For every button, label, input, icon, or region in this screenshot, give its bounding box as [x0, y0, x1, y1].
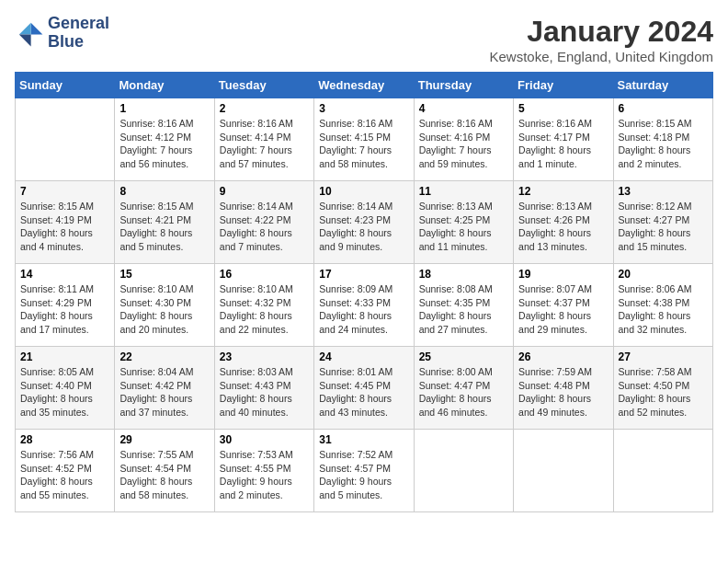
col-header-saturday: Saturday — [613, 73, 712, 98]
day-number: 6 — [619, 102, 708, 115]
day-number: 11 — [419, 185, 508, 198]
day-cell: 8Sunrise: 8:15 AM Sunset: 4:21 PM Daylig… — [115, 181, 214, 264]
day-number: 22 — [119, 350, 209, 363]
day-cell — [414, 430, 513, 512]
day-cell: 6Sunrise: 8:15 AM Sunset: 4:18 PM Daylig… — [613, 98, 712, 181]
day-cell: 20Sunrise: 8:06 AM Sunset: 4:38 PM Dayli… — [613, 264, 712, 347]
day-number: 2 — [220, 102, 309, 115]
day-number: 10 — [319, 185, 408, 198]
day-number: 24 — [319, 350, 408, 363]
day-cell: 25Sunrise: 8:00 AM Sunset: 4:47 PM Dayli… — [414, 347, 513, 430]
svg-marker-1 — [19, 23, 31, 35]
col-header-friday: Friday — [514, 73, 613, 98]
day-info: Sunrise: 8:10 AM Sunset: 4:32 PM Dayligh… — [220, 282, 309, 337]
day-info: Sunrise: 8:16 AM Sunset: 4:12 PM Dayligh… — [119, 117, 209, 171]
day-cell: 5Sunrise: 8:16 AM Sunset: 4:17 PM Daylig… — [514, 98, 613, 181]
day-number: 12 — [518, 185, 608, 198]
day-number: 29 — [119, 433, 209, 446]
day-cell: 9Sunrise: 8:14 AM Sunset: 4:22 PM Daylig… — [214, 181, 313, 264]
day-cell: 10Sunrise: 8:14 AM Sunset: 4:23 PM Dayli… — [314, 181, 414, 264]
day-number: 31 — [319, 433, 408, 446]
day-info: Sunrise: 8:11 AM Sunset: 4:29 PM Dayligh… — [20, 282, 109, 337]
day-cell: 7Sunrise: 8:15 AM Sunset: 4:19 PM Daylig… — [16, 181, 115, 264]
calendar-table: SundayMondayTuesdayWednesdayThursdayFrid… — [15, 72, 713, 512]
logo-text: General Blue — [48, 15, 109, 52]
day-info: Sunrise: 8:14 AM Sunset: 4:22 PM Dayligh… — [220, 200, 309, 254]
title-block: January 2024 Kewstoke, England, United K… — [490, 15, 713, 64]
day-number: 16 — [220, 268, 309, 281]
logo-icon — [15, 18, 44, 48]
day-cell: 2Sunrise: 8:16 AM Sunset: 4:14 PM Daylig… — [214, 98, 313, 181]
col-header-thursday: Thursday — [414, 73, 513, 98]
day-cell: 30Sunrise: 7:53 AM Sunset: 4:55 PM Dayli… — [214, 430, 313, 512]
day-number: 27 — [619, 350, 708, 363]
day-number: 9 — [220, 185, 309, 198]
day-number: 13 — [619, 185, 708, 198]
day-number: 20 — [619, 268, 708, 281]
day-info: Sunrise: 8:15 AM Sunset: 4:21 PM Dayligh… — [119, 200, 209, 254]
day-number: 5 — [518, 102, 608, 115]
col-header-monday: Monday — [115, 73, 214, 98]
svg-marker-2 — [19, 34, 31, 46]
day-cell: 28Sunrise: 7:56 AM Sunset: 4:52 PM Dayli… — [16, 430, 115, 512]
day-info: Sunrise: 8:04 AM Sunset: 4:42 PM Dayligh… — [119, 365, 209, 419]
day-number: 8 — [119, 185, 209, 198]
day-number: 30 — [220, 433, 309, 446]
day-info: Sunrise: 7:53 AM Sunset: 4:55 PM Dayligh… — [220, 448, 309, 502]
day-number: 3 — [319, 102, 408, 115]
day-info: Sunrise: 7:52 AM Sunset: 4:57 PM Dayligh… — [319, 448, 408, 502]
day-number: 7 — [20, 185, 109, 198]
day-info: Sunrise: 8:10 AM Sunset: 4:30 PM Dayligh… — [119, 282, 209, 337]
day-cell: 12Sunrise: 8:13 AM Sunset: 4:26 PM Dayli… — [514, 181, 613, 264]
day-info: Sunrise: 8:12 AM Sunset: 4:27 PM Dayligh… — [619, 200, 708, 254]
page-header: General Blue January 2024 Kewstoke, Engl… — [15, 15, 713, 64]
day-cell: 31Sunrise: 7:52 AM Sunset: 4:57 PM Dayli… — [314, 430, 414, 512]
day-number: 26 — [518, 350, 608, 363]
day-info: Sunrise: 8:15 AM Sunset: 4:19 PM Dayligh… — [20, 200, 109, 254]
day-cell: 24Sunrise: 8:01 AM Sunset: 4:45 PM Dayli… — [314, 347, 414, 430]
day-info: Sunrise: 7:59 AM Sunset: 4:48 PM Dayligh… — [518, 365, 608, 419]
day-number: 4 — [419, 102, 508, 115]
day-cell: 3Sunrise: 8:16 AM Sunset: 4:15 PM Daylig… — [314, 98, 414, 181]
week-row-4: 28Sunrise: 7:56 AM Sunset: 4:52 PM Dayli… — [16, 430, 713, 512]
logo: General Blue — [15, 15, 109, 52]
day-cell — [514, 430, 613, 512]
week-row-2: 14Sunrise: 8:11 AM Sunset: 4:29 PM Dayli… — [16, 264, 713, 347]
day-cell: 21Sunrise: 8:05 AM Sunset: 4:40 PM Dayli… — [16, 347, 115, 430]
day-cell: 18Sunrise: 8:08 AM Sunset: 4:35 PM Dayli… — [414, 264, 513, 347]
day-number: 25 — [419, 350, 508, 363]
day-info: Sunrise: 8:05 AM Sunset: 4:40 PM Dayligh… — [20, 365, 109, 419]
day-info: Sunrise: 8:15 AM Sunset: 4:18 PM Dayligh… — [619, 117, 708, 171]
day-cell: 29Sunrise: 7:55 AM Sunset: 4:54 PM Dayli… — [115, 430, 214, 512]
week-row-0: 1Sunrise: 8:16 AM Sunset: 4:12 PM Daylig… — [16, 98, 713, 181]
day-number: 28 — [20, 433, 109, 446]
col-header-sunday: Sunday — [16, 73, 115, 98]
day-info: Sunrise: 8:07 AM Sunset: 4:37 PM Dayligh… — [518, 282, 608, 337]
day-info: Sunrise: 8:06 AM Sunset: 4:38 PM Dayligh… — [619, 282, 708, 337]
week-row-1: 7Sunrise: 8:15 AM Sunset: 4:19 PM Daylig… — [16, 181, 713, 264]
location: Kewstoke, England, United Kingdom — [490, 49, 713, 64]
day-info: Sunrise: 7:56 AM Sunset: 4:52 PM Dayligh… — [20, 448, 109, 502]
header-row: SundayMondayTuesdayWednesdayThursdayFrid… — [16, 73, 713, 98]
day-info: Sunrise: 8:03 AM Sunset: 4:43 PM Dayligh… — [220, 365, 309, 419]
day-cell: 15Sunrise: 8:10 AM Sunset: 4:30 PM Dayli… — [115, 264, 214, 347]
day-cell: 4Sunrise: 8:16 AM Sunset: 4:16 PM Daylig… — [414, 98, 513, 181]
day-cell: 26Sunrise: 7:59 AM Sunset: 4:48 PM Dayli… — [514, 347, 613, 430]
day-cell: 16Sunrise: 8:10 AM Sunset: 4:32 PM Dayli… — [214, 264, 313, 347]
day-number: 23 — [220, 350, 309, 363]
day-info: Sunrise: 8:16 AM Sunset: 4:17 PM Dayligh… — [518, 117, 608, 171]
day-info: Sunrise: 8:00 AM Sunset: 4:47 PM Dayligh… — [419, 365, 508, 419]
day-info: Sunrise: 8:16 AM Sunset: 4:15 PM Dayligh… — [319, 117, 408, 171]
day-cell: 23Sunrise: 8:03 AM Sunset: 4:43 PM Dayli… — [214, 347, 313, 430]
day-info: Sunrise: 8:13 AM Sunset: 4:25 PM Dayligh… — [419, 200, 508, 254]
day-number: 17 — [319, 268, 408, 281]
month-title: January 2024 — [490, 15, 713, 49]
day-number: 21 — [20, 350, 109, 363]
day-cell: 19Sunrise: 8:07 AM Sunset: 4:37 PM Dayli… — [514, 264, 613, 347]
day-cell: 17Sunrise: 8:09 AM Sunset: 4:33 PM Dayli… — [314, 264, 414, 347]
day-cell: 1Sunrise: 8:16 AM Sunset: 4:12 PM Daylig… — [115, 98, 214, 181]
day-cell: 14Sunrise: 8:11 AM Sunset: 4:29 PM Dayli… — [16, 264, 115, 347]
day-cell — [16, 98, 115, 181]
col-header-tuesday: Tuesday — [214, 73, 313, 98]
day-info: Sunrise: 8:13 AM Sunset: 4:26 PM Dayligh… — [518, 200, 608, 254]
